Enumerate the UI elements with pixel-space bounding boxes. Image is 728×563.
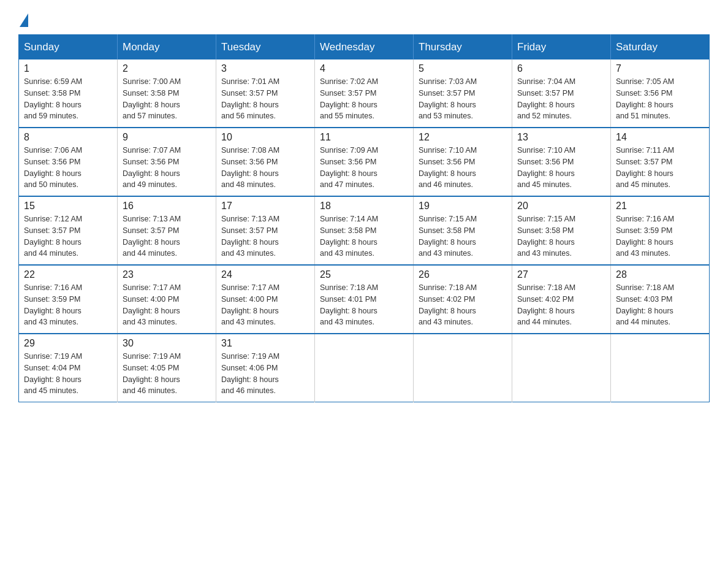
- week-row-4: 22 Sunrise: 7:16 AMSunset: 3:59 PMDaylig…: [19, 265, 710, 334]
- calendar-cell: 16 Sunrise: 7:13 AMSunset: 3:57 PMDaylig…: [118, 196, 216, 265]
- day-number: 28: [616, 269, 704, 280]
- day-info: Sunrise: 7:13 AMSunset: 3:57 PMDaylight:…: [123, 215, 181, 258]
- day-number: 31: [221, 338, 309, 349]
- day-info: Sunrise: 7:15 AMSunset: 3:58 PMDaylight:…: [419, 215, 477, 258]
- day-number: 23: [123, 269, 211, 280]
- calendar-cell: 25 Sunrise: 7:18 AMSunset: 4:01 PMDaylig…: [315, 265, 414, 334]
- day-info: Sunrise: 7:17 AMSunset: 4:00 PMDaylight:…: [123, 283, 181, 326]
- day-number: 9: [123, 132, 211, 143]
- day-info: Sunrise: 7:13 AMSunset: 3:57 PMDaylight:…: [221, 215, 279, 258]
- day-info: Sunrise: 7:18 AMSunset: 4:01 PMDaylight:…: [320, 283, 378, 326]
- weekday-header-sunday: Sunday: [19, 35, 118, 60]
- day-info: Sunrise: 6:59 AMSunset: 3:58 PMDaylight:…: [24, 77, 82, 120]
- day-info: Sunrise: 7:16 AMSunset: 3:59 PMDaylight:…: [616, 215, 674, 258]
- calendar-cell: 22 Sunrise: 7:16 AMSunset: 3:59 PMDaylig…: [19, 265, 118, 334]
- calendar-cell: 30 Sunrise: 7:19 AMSunset: 4:05 PMDaylig…: [118, 334, 216, 402]
- day-number: 19: [419, 201, 507, 212]
- weekday-header-saturday: Saturday: [611, 35, 710, 60]
- calendar-cell: 29 Sunrise: 7:19 AMSunset: 4:04 PMDaylig…: [19, 334, 118, 402]
- day-number: 26: [419, 269, 507, 280]
- calendar-cell: 18 Sunrise: 7:14 AMSunset: 3:58 PMDaylig…: [315, 196, 414, 265]
- day-info: Sunrise: 7:16 AMSunset: 3:59 PMDaylight:…: [24, 283, 82, 326]
- calendar-cell: 20 Sunrise: 7:15 AMSunset: 3:58 PMDaylig…: [512, 196, 611, 265]
- weekday-header-thursday: Thursday: [414, 35, 512, 60]
- week-row-1: 1 Sunrise: 6:59 AMSunset: 3:58 PMDayligh…: [19, 59, 710, 128]
- calendar-cell: 13 Sunrise: 7:10 AMSunset: 3:56 PMDaylig…: [512, 128, 611, 196]
- day-info: Sunrise: 7:12 AMSunset: 3:57 PMDaylight:…: [24, 215, 82, 258]
- calendar-cell: 26 Sunrise: 7:18 AMSunset: 4:02 PMDaylig…: [414, 265, 512, 334]
- calendar-cell: 21 Sunrise: 7:16 AMSunset: 3:59 PMDaylig…: [611, 196, 710, 265]
- day-number: 6: [517, 63, 605, 74]
- day-number: 4: [320, 63, 408, 74]
- day-info: Sunrise: 7:02 AMSunset: 3:57 PMDaylight:…: [320, 77, 378, 120]
- calendar-cell: 24 Sunrise: 7:17 AMSunset: 4:00 PMDaylig…: [216, 265, 315, 334]
- day-number: 13: [517, 132, 605, 143]
- day-number: 1: [24, 63, 112, 74]
- day-info: Sunrise: 7:19 AMSunset: 4:04 PMDaylight:…: [24, 352, 82, 395]
- calendar-cell: [611, 334, 710, 402]
- day-number: 17: [221, 201, 309, 212]
- day-info: Sunrise: 7:01 AMSunset: 3:57 PMDaylight:…: [221, 77, 279, 120]
- day-info: Sunrise: 7:11 AMSunset: 3:57 PMDaylight:…: [616, 146, 674, 189]
- day-number: 8: [24, 132, 112, 143]
- day-number: 29: [24, 338, 112, 349]
- calendar-cell: 10 Sunrise: 7:08 AMSunset: 3:56 PMDaylig…: [216, 128, 315, 196]
- day-number: 27: [517, 269, 605, 280]
- calendar-cell: 5 Sunrise: 7:03 AMSunset: 3:57 PMDayligh…: [414, 59, 512, 128]
- calendar-cell: 8 Sunrise: 7:06 AMSunset: 3:56 PMDayligh…: [19, 128, 118, 196]
- day-number: 14: [616, 132, 704, 143]
- day-info: Sunrise: 7:18 AMSunset: 4:02 PMDaylight:…: [419, 283, 477, 326]
- day-number: 16: [123, 201, 211, 212]
- day-info: Sunrise: 7:15 AMSunset: 3:58 PMDaylight:…: [517, 215, 575, 258]
- calendar-cell: 1 Sunrise: 6:59 AMSunset: 3:58 PMDayligh…: [19, 59, 118, 128]
- day-number: 2: [123, 63, 211, 74]
- calendar-cell: 19 Sunrise: 7:15 AMSunset: 3:58 PMDaylig…: [414, 196, 512, 265]
- calendar-cell: 28 Sunrise: 7:18 AMSunset: 4:03 PMDaylig…: [611, 265, 710, 334]
- calendar-cell: 27 Sunrise: 7:18 AMSunset: 4:02 PMDaylig…: [512, 265, 611, 334]
- day-number: 12: [419, 132, 507, 143]
- calendar-table: SundayMondayTuesdayWednesdayThursdayFrid…: [18, 34, 710, 402]
- day-info: Sunrise: 7:19 AMSunset: 4:05 PMDaylight:…: [123, 352, 181, 395]
- day-number: 25: [320, 269, 408, 280]
- day-info: Sunrise: 7:14 AMSunset: 3:58 PMDaylight:…: [320, 215, 378, 258]
- day-number: 30: [123, 338, 211, 349]
- calendar-cell: 31 Sunrise: 7:19 AMSunset: 4:06 PMDaylig…: [216, 334, 315, 402]
- calendar-cell: 2 Sunrise: 7:00 AMSunset: 3:58 PMDayligh…: [118, 59, 216, 128]
- page-header: [18, 12, 710, 22]
- logo: [18, 12, 28, 22]
- calendar-cell: 15 Sunrise: 7:12 AMSunset: 3:57 PMDaylig…: [19, 196, 118, 265]
- weekday-header-friday: Friday: [512, 35, 611, 60]
- calendar-cell: 17 Sunrise: 7:13 AMSunset: 3:57 PMDaylig…: [216, 196, 315, 265]
- day-info: Sunrise: 7:00 AMSunset: 3:58 PMDaylight:…: [123, 77, 181, 120]
- day-number: 20: [517, 201, 605, 212]
- weekday-header-wednesday: Wednesday: [315, 35, 414, 60]
- day-info: Sunrise: 7:10 AMSunset: 3:56 PMDaylight:…: [419, 146, 477, 189]
- day-info: Sunrise: 7:08 AMSunset: 3:56 PMDaylight:…: [221, 146, 279, 189]
- calendar-cell: 14 Sunrise: 7:11 AMSunset: 3:57 PMDaylig…: [611, 128, 710, 196]
- week-row-3: 15 Sunrise: 7:12 AMSunset: 3:57 PMDaylig…: [19, 196, 710, 265]
- day-number: 3: [221, 63, 309, 74]
- day-number: 21: [616, 201, 704, 212]
- logo-triangle-icon: [20, 13, 28, 27]
- calendar-cell: [315, 334, 414, 402]
- calendar-cell: 3 Sunrise: 7:01 AMSunset: 3:57 PMDayligh…: [216, 59, 315, 128]
- weekday-header-monday: Monday: [118, 35, 216, 60]
- day-info: Sunrise: 7:10 AMSunset: 3:56 PMDaylight:…: [517, 146, 575, 189]
- calendar-cell: 7 Sunrise: 7:05 AMSunset: 3:56 PMDayligh…: [611, 59, 710, 128]
- calendar-cell: 12 Sunrise: 7:10 AMSunset: 3:56 PMDaylig…: [414, 128, 512, 196]
- day-info: Sunrise: 7:19 AMSunset: 4:06 PMDaylight:…: [221, 352, 279, 395]
- day-number: 10: [221, 132, 309, 143]
- calendar-cell: [512, 334, 611, 402]
- day-info: Sunrise: 7:18 AMSunset: 4:03 PMDaylight:…: [616, 283, 674, 326]
- day-info: Sunrise: 7:17 AMSunset: 4:00 PMDaylight:…: [221, 283, 279, 326]
- day-info: Sunrise: 7:04 AMSunset: 3:57 PMDaylight:…: [517, 77, 575, 120]
- weekday-header-tuesday: Tuesday: [216, 35, 315, 60]
- calendar-cell: 11 Sunrise: 7:09 AMSunset: 3:56 PMDaylig…: [315, 128, 414, 196]
- day-info: Sunrise: 7:03 AMSunset: 3:57 PMDaylight:…: [419, 77, 477, 120]
- day-info: Sunrise: 7:06 AMSunset: 3:56 PMDaylight:…: [24, 146, 82, 189]
- day-number: 7: [616, 63, 704, 74]
- calendar-cell: [414, 334, 512, 402]
- week-row-2: 8 Sunrise: 7:06 AMSunset: 3:56 PMDayligh…: [19, 128, 710, 196]
- day-number: 24: [221, 269, 309, 280]
- day-info: Sunrise: 7:18 AMSunset: 4:02 PMDaylight:…: [517, 283, 575, 326]
